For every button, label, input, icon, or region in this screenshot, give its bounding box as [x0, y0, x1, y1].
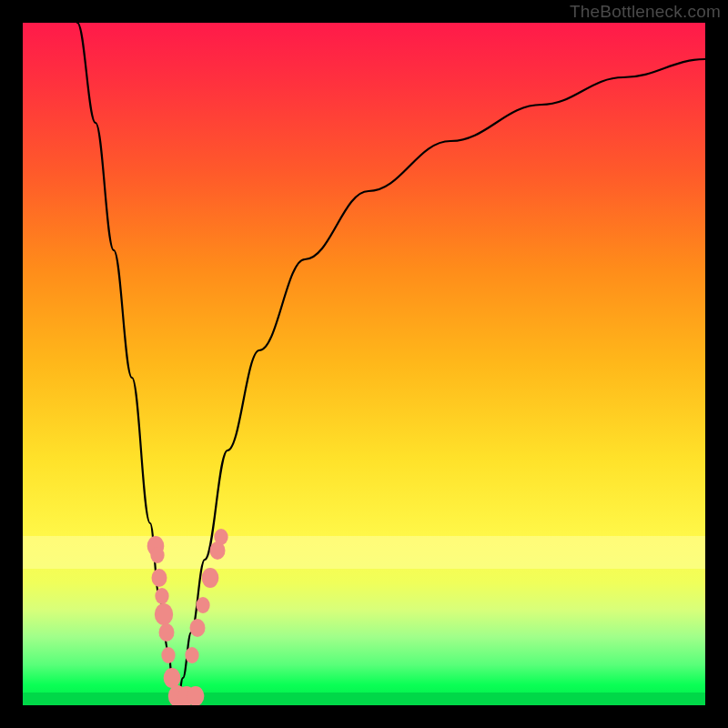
- pink-marker: [190, 619, 206, 637]
- pink-marker: [155, 588, 168, 604]
- pink-marker: [159, 623, 175, 642]
- pink-marker: [196, 597, 209, 613]
- pink-marker: [161, 647, 175, 663]
- pink-marker: [214, 529, 228, 545]
- pink-marker: [185, 647, 198, 663]
- chart-frame: TheBottleneck.com: [0, 0, 728, 728]
- pink-marker: [152, 569, 167, 587]
- pink-marker: [164, 668, 181, 688]
- watermark-text: TheBottleneck.com: [570, 2, 721, 22]
- pink-marker: [150, 547, 164, 563]
- curve-layer: [23, 23, 705, 705]
- bottleneck-curve: [77, 23, 705, 705]
- pink-marker: [187, 686, 205, 705]
- plot-area: [23, 23, 705, 705]
- pink-marker-cluster: [147, 529, 228, 705]
- pink-marker: [155, 603, 173, 625]
- pink-marker: [202, 568, 219, 588]
